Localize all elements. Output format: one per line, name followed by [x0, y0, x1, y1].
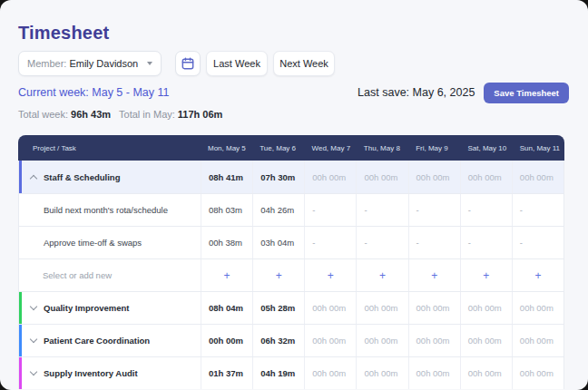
project-name-cell[interactable]: Patient Care Coordination — [19, 325, 201, 356]
time-entry-cell[interactable]: 00h 00m — [460, 325, 512, 356]
time-entry-cell[interactable]: 08h 04m — [201, 292, 252, 324]
time-value: 05h 28m — [260, 303, 295, 313]
chevron-up-icon[interactable] — [30, 174, 37, 181]
add-entry-cell[interactable]: + — [356, 259, 407, 291]
plus-icon[interactable]: + — [534, 269, 541, 282]
time-entry-cell[interactable]: 00h 00m — [460, 357, 512, 389]
time-entry-cell[interactable]: 00h 00m — [304, 161, 356, 193]
last-week-button[interactable]: Last Week — [206, 51, 268, 76]
row-label: Patient Care Coordination — [44, 336, 150, 346]
calendar-button[interactable] — [175, 51, 201, 76]
time-value: 00h 00m — [468, 368, 502, 378]
time-entry-cell[interactable]: 00h 00m — [408, 292, 460, 324]
time-entry-cell[interactable]: 04h 19m — [252, 357, 304, 389]
time-entry-cell[interactable]: - — [408, 227, 460, 258]
total-week-value: 96h 43m — [71, 109, 111, 120]
time-value: 00h 00m — [209, 336, 243, 346]
time-value: 00h 00m — [312, 303, 346, 313]
time-value: - — [468, 205, 471, 215]
time-entry-cell[interactable]: - — [356, 194, 407, 226]
time-entry-cell[interactable]: 00h 00m — [408, 161, 460, 193]
chevron-down-icon[interactable] — [30, 336, 37, 343]
time-entry-cell[interactable]: 07h 30m — [252, 161, 304, 193]
time-entry-cell[interactable]: 00h 00m — [201, 325, 252, 356]
add-entry-cell[interactable]: + — [408, 259, 460, 291]
time-entry-cell[interactable]: 04h 26m — [252, 194, 304, 226]
time-entry-cell[interactable]: 00h 00m — [460, 161, 512, 193]
time-entry-cell[interactable]: 00h 00m — [512, 325, 564, 356]
column-header-day: Tue, May 6 — [252, 144, 304, 152]
add-entry-cell[interactable]: + — [304, 259, 356, 291]
next-week-button[interactable]: Next Week — [273, 51, 335, 76]
plus-icon[interactable]: + — [379, 269, 386, 282]
time-entry-cell[interactable]: 00h 00m — [304, 325, 356, 356]
time-entry-cell[interactable]: 00h 00m — [304, 292, 356, 324]
time-entry-cell[interactable]: - — [460, 194, 512, 226]
row-label: Select or add new — [19, 270, 112, 280]
toolbar: Member: Emily Davidson Last Week Next We… — [18, 51, 335, 76]
total-week-label: Total week: — [18, 109, 68, 120]
time-entry-cell[interactable]: 00h 00m — [460, 292, 512, 324]
chevron-down-icon[interactable] — [30, 368, 37, 375]
timesheet-table: Project / Task Mon, May 5Tue, May 6Wed, … — [18, 135, 564, 389]
time-value: - — [416, 238, 419, 248]
time-entry-cell[interactable]: 08h 41m — [201, 161, 252, 193]
time-entry-cell[interactable]: 00h 00m — [356, 161, 407, 193]
time-entry-cell[interactable]: 00h 00m — [408, 325, 460, 356]
time-entry-cell[interactable]: 00h 00m — [304, 357, 356, 389]
select-or-add-cell[interactable]: Select or add new — [19, 259, 201, 291]
member-select[interactable]: Member: Emily Davidson — [18, 51, 162, 76]
column-header-day: Sun, May 11 — [513, 144, 564, 152]
time-entry-cell[interactable]: 00h 00m — [512, 292, 564, 324]
time-entry-cell[interactable]: 03h 04m — [252, 227, 304, 258]
time-entry-cell[interactable]: 00h 00m — [512, 161, 564, 193]
time-value: - — [312, 238, 315, 248]
plus-icon[interactable]: + — [276, 269, 282, 282]
time-entry-cell[interactable]: 06h 32m — [252, 325, 304, 356]
time-value: 00h 00m — [364, 368, 397, 378]
chevron-down-icon[interactable] — [30, 303, 37, 310]
time-value: 07h 30m — [260, 172, 295, 182]
time-value: 08h 04m — [209, 303, 243, 313]
totals-row: Total week: 96h 43m Total in May: 117h 0… — [18, 109, 222, 120]
time-entry-cell[interactable]: - — [304, 194, 356, 226]
time-entry-cell[interactable]: 00h 00m — [512, 357, 564, 389]
add-entry-cell[interactable]: + — [201, 259, 252, 291]
add-entry-cell[interactable]: + — [512, 259, 564, 291]
time-entry-cell[interactable]: - — [356, 227, 407, 258]
time-entry-cell[interactable]: - — [512, 227, 564, 258]
time-value: - — [520, 238, 523, 248]
time-entry-cell[interactable]: 00h 00m — [356, 292, 407, 324]
plus-icon[interactable]: + — [328, 269, 334, 282]
project-name-cell[interactable]: Supply Inventory Audit — [19, 357, 201, 389]
time-entry-cell[interactable]: 00h 00m — [408, 357, 460, 389]
plus-icon[interactable]: + — [483, 269, 489, 282]
plus-icon[interactable]: + — [224, 269, 230, 282]
time-value: 00h 00m — [364, 336, 397, 346]
add-entry-cell[interactable]: + — [460, 259, 512, 291]
project-name-cell[interactable]: Staff & Scheduling — [19, 161, 201, 193]
group-row: Supply Inventory Audit01h 37m04h 19m00h … — [19, 356, 564, 389]
add-entry-cell[interactable]: + — [252, 259, 304, 291]
time-entry-cell[interactable]: 00h 00m — [356, 357, 407, 389]
page-title: Timesheet — [18, 23, 109, 44]
time-entry-cell[interactable]: 05h 28m — [252, 292, 304, 324]
time-entry-cell[interactable]: 08h 03m — [201, 194, 252, 226]
time-entry-cell[interactable]: 00h 00m — [356, 325, 407, 356]
time-entry-cell[interactable]: - — [304, 227, 356, 258]
time-value: 04h 19m — [260, 368, 295, 378]
plus-icon[interactable]: + — [431, 269, 437, 282]
time-value: 00h 00m — [520, 172, 554, 182]
time-value: 08h 41m — [209, 172, 243, 182]
time-value: 06h 32m — [260, 336, 295, 346]
group-row: Quality Improvement08h 04m05h 28m00h 00m… — [19, 291, 564, 324]
time-value: - — [416, 205, 419, 215]
time-entry-cell[interactable]: - — [408, 194, 460, 226]
time-entry-cell[interactable]: 00h 38m — [201, 227, 252, 258]
time-value: 00h 00m — [416, 303, 450, 313]
save-timesheet-button[interactable]: Save Timesheet — [484, 83, 569, 103]
time-entry-cell[interactable]: - — [512, 194, 564, 226]
time-entry-cell[interactable]: - — [460, 227, 512, 258]
project-name-cell[interactable]: Quality Improvement — [19, 292, 201, 324]
time-entry-cell[interactable]: 01h 37m — [201, 357, 252, 389]
